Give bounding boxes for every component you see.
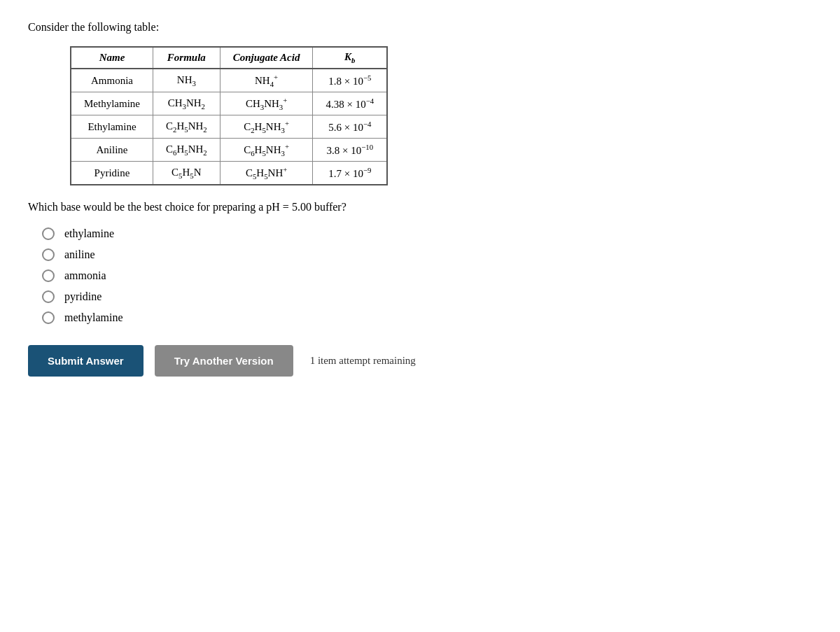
cell-name: Pyridine [71, 162, 153, 185]
cell-kb: 1.8 × 10−5 [313, 69, 387, 92]
cell-name: Ammonia [71, 69, 153, 92]
cell-name: Methylamine [71, 92, 153, 115]
cell-kb: 1.7 × 10−9 [313, 162, 387, 185]
radio-pyridine[interactable] [42, 290, 55, 303]
table-row: Methylamine CH3NH2 CH3NH3+ 4.38 × 10−4 [71, 92, 387, 115]
option-label-ammonia: ammonia [64, 269, 106, 282]
cell-conjugate: CH3NH3+ [220, 92, 313, 115]
cell-conjugate: NH4+ [220, 69, 313, 92]
list-item[interactable]: ethylamine [42, 227, 812, 240]
cell-conjugate: C5H5NH+ [220, 162, 313, 185]
radio-methylamine[interactable] [42, 311, 55, 324]
table-row: Aniline C6H5NH2 C6H5NH3+ 3.8 × 10−10 [71, 139, 387, 162]
attempt-remaining-text: 1 item attempt remaining [310, 355, 416, 367]
cell-conjugate: C2H5NH3+ [220, 115, 313, 139]
option-label-ethylamine: ethylamine [64, 227, 114, 240]
answer-options: ethylamine aniline ammonia pyridine meth… [42, 227, 812, 324]
option-label-aniline: aniline [64, 248, 95, 261]
cell-formula: C5H5N [153, 162, 220, 185]
table-row: Ethylamine C2H5NH2 C2H5NH3+ 5.6 × 10−4 [71, 115, 387, 139]
col-header-name: Name [71, 47, 153, 69]
cell-name: Aniline [71, 139, 153, 162]
cell-kb: 3.8 × 10−10 [313, 139, 387, 162]
cell-conjugate: C6H5NH3+ [220, 139, 313, 162]
cell-kb: 4.38 × 10−4 [313, 92, 387, 115]
action-buttons-row: Submit Answer Try Another Version 1 item… [28, 345, 812, 377]
list-item[interactable]: methylamine [42, 311, 812, 324]
radio-ammonia[interactable] [42, 269, 55, 282]
table-wrapper: Name Formula Conjugate Acid Kb Ammonia N… [70, 46, 812, 185]
col-header-formula: Formula [153, 47, 220, 69]
list-item[interactable]: ammonia [42, 269, 812, 282]
question-text: Which base would be the best choice for … [28, 201, 812, 213]
table-row: Ammonia NH3 NH4+ 1.8 × 10−5 [71, 69, 387, 92]
list-item[interactable]: aniline [42, 248, 812, 261]
cell-name: Ethylamine [71, 115, 153, 139]
cell-formula: NH3 [153, 69, 220, 92]
table-row: Pyridine C5H5N C5H5NH+ 1.7 × 10−9 [71, 162, 387, 185]
col-header-kb: Kb [313, 47, 387, 69]
list-item[interactable]: pyridine [42, 290, 812, 303]
radio-ethylamine[interactable] [42, 227, 55, 240]
intro-text: Consider the following table: [28, 21, 812, 34]
cell-formula: CH3NH2 [153, 92, 220, 115]
option-label-pyridine: pyridine [64, 290, 102, 303]
submit-button[interactable]: Submit Answer [28, 345, 144, 377]
cell-formula: C6H5NH2 [153, 139, 220, 162]
option-label-methylamine: methylamine [64, 311, 123, 324]
col-header-conjugate: Conjugate Acid [220, 47, 313, 69]
radio-aniline[interactable] [42, 248, 55, 261]
try-another-version-button[interactable]: Try Another Version [155, 345, 293, 377]
cell-formula: C2H5NH2 [153, 115, 220, 139]
chemistry-table: Name Formula Conjugate Acid Kb Ammonia N… [70, 46, 388, 185]
cell-kb: 5.6 × 10−4 [313, 115, 387, 139]
